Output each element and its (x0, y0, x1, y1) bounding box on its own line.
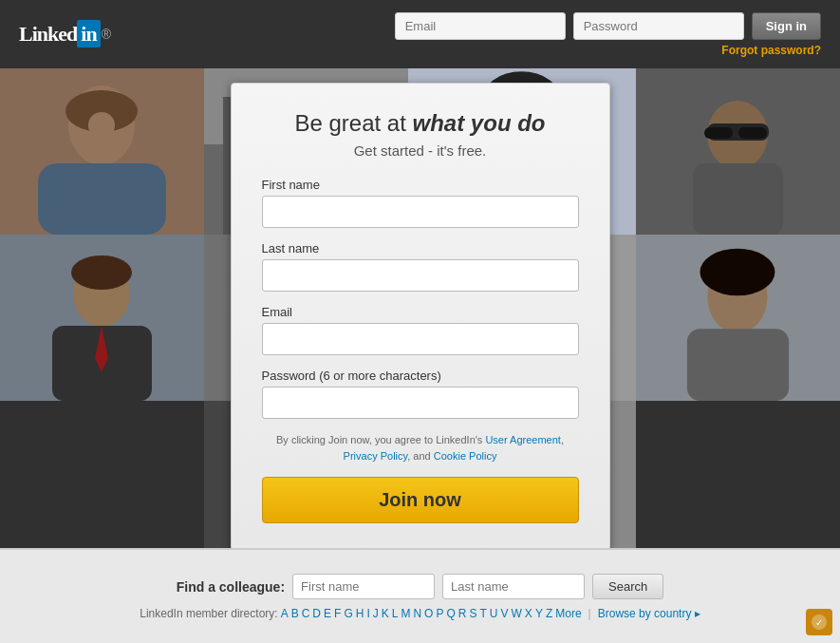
password-label: Password (6 or more characters) (262, 369, 579, 383)
colleague-search-button[interactable]: Search (592, 574, 663, 599)
last-name-label: Last name (262, 241, 579, 255)
dir-link-j[interactable]: J (373, 607, 379, 620)
cookie-policy-link[interactable]: Cookie Policy (434, 450, 497, 462)
logo-dot: ® (102, 27, 111, 42)
dir-link-q[interactable]: Q (446, 607, 455, 620)
dir-link-i[interactable]: I (366, 607, 369, 620)
dir-link-y[interactable]: Y (535, 607, 543, 620)
colleague-first-name-input[interactable] (292, 574, 435, 599)
user-agreement-link[interactable]: User Agreement (485, 434, 560, 445)
last-name-group: Last name (262, 241, 579, 292)
registration-card: Be great at what you do Get started - it… (231, 83, 610, 548)
dir-link-b[interactable]: B (291, 607, 299, 620)
email-group: Email (262, 305, 579, 355)
footer: Find a colleague: Search LinkedIn member… (0, 549, 840, 643)
dir-link-s[interactable]: S (469, 607, 476, 620)
agreement-text: By clicking Join now, you agree to Linke… (262, 432, 579, 463)
password-input[interactable] (573, 12, 744, 40)
browse-by-country-link[interactable]: Browse by country ▸ (598, 607, 700, 620)
dir-link-n[interactable]: N (413, 607, 421, 620)
password-group: Password (6 or more characters) (262, 369, 579, 419)
dir-separator: | (588, 607, 591, 620)
right-overlay (636, 68, 840, 548)
dir-link-r[interactable]: R (458, 607, 467, 620)
join-now-button[interactable]: Join now (262, 477, 579, 523)
dir-link-x[interactable]: X (525, 607, 532, 620)
colleague-label: Find a colleague: (177, 579, 285, 595)
privacy-policy-link[interactable]: Privacy Policy (344, 450, 408, 462)
reg-email-input[interactable] (262, 323, 579, 355)
directory-prefix: LinkedIn member directory: (140, 607, 277, 620)
header-inputs: Sign in (395, 12, 821, 40)
dir-link-m[interactable]: M (401, 607, 410, 620)
dir-link-o[interactable]: O (424, 607, 433, 620)
first-name-group: First name (262, 178, 579, 228)
dir-link-h[interactable]: H (356, 607, 364, 620)
reg-subtitle: Get started - it's free. (262, 142, 579, 159)
background-area: Be great at what you do Get started - it… (0, 68, 840, 548)
footer-wrapper: Find a colleague: Search LinkedIn member… (0, 548, 840, 643)
first-name-label: First name (262, 178, 579, 192)
dir-link-f[interactable]: F (334, 607, 341, 620)
header-right: Sign in Forgot password? (395, 12, 821, 57)
safe-badge: ✓ (806, 609, 832, 635)
dir-link-a[interactable]: A (281, 607, 289, 620)
header: Linkedin® Sign in Forgot password? (0, 0, 840, 68)
first-name-input[interactable] (262, 196, 579, 228)
find-colleague-row: Find a colleague: Search (177, 574, 664, 599)
dir-link-w[interactable]: W (512, 607, 522, 620)
dir-link-z[interactable]: Z (546, 607, 552, 620)
left-overlay (0, 68, 204, 548)
colleague-last-name-input[interactable] (442, 574, 585, 599)
dir-link-k[interactable]: K (382, 607, 389, 620)
reg-password-input[interactable] (262, 387, 579, 419)
dir-link-e[interactable]: E (324, 607, 331, 620)
signin-button[interactable]: Sign in (752, 12, 821, 40)
logo: Linkedin® (19, 22, 111, 47)
dir-link-t[interactable]: T (480, 607, 487, 620)
logo-in: in (77, 20, 100, 47)
dir-link-u[interactable]: U (490, 607, 498, 620)
forgot-password-link[interactable]: Forgot password? (721, 44, 821, 57)
last-name-input[interactable] (262, 259, 579, 292)
dir-more-link[interactable]: More (555, 607, 581, 620)
directory-row: LinkedIn member directory: A B C D E F G… (140, 607, 700, 620)
dir-link-d[interactable]: D (312, 607, 321, 620)
dir-link-v[interactable]: V (501, 607, 509, 620)
email-label: Email (262, 305, 579, 319)
dir-link-c[interactable]: C (302, 607, 310, 620)
logo-text: Linkedin (19, 22, 101, 47)
svg-text:✓: ✓ (815, 617, 823, 628)
reg-headline: Be great at what you do (262, 110, 579, 137)
email-input[interactable] (395, 12, 566, 40)
dir-link-p[interactable]: P (436, 607, 443, 620)
dir-link-g[interactable]: G (344, 607, 352, 620)
dir-link-l[interactable]: L (392, 607, 399, 620)
